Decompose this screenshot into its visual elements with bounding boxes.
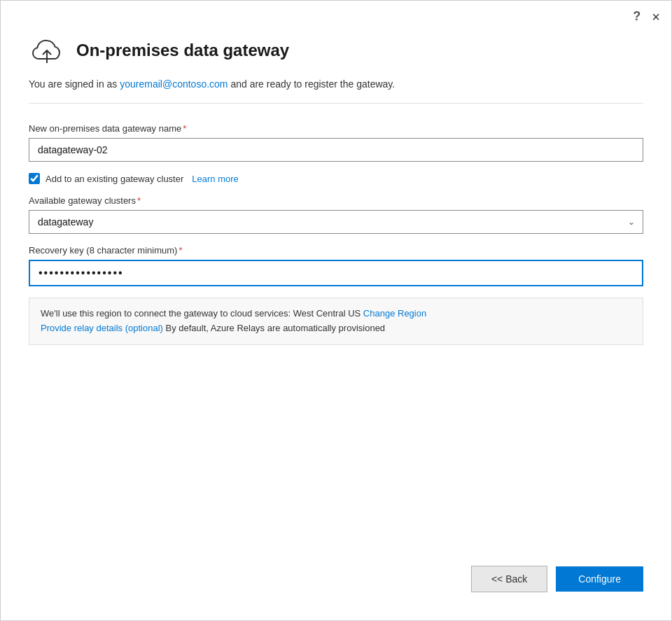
add-to-cluster-checkbox[interactable] [29,173,40,184]
subtitle-prefix: You are signed in as [29,78,120,90]
configure-button[interactable]: Configure [556,566,643,592]
recovery-key-input[interactable] [29,260,643,286]
recovery-key-required: * [178,245,182,256]
close-icon[interactable]: × [652,10,660,24]
cluster-field-group: Available gateway clusters* datagateway … [29,195,643,234]
recovery-key-label: Recovery key (8 character minimum)* [29,245,643,256]
dialog-header: On-premises data gateway [1,24,671,77]
subtitle-text: You are signed in as youremail@contoso.c… [29,77,643,92]
learn-more-link[interactable]: Learn more [192,174,238,184]
region-text: We'll use this region to connect the gat… [41,308,363,319]
help-icon[interactable]: ? [633,9,640,24]
change-region-link[interactable]: Change Region [363,308,426,319]
relay-details-link[interactable]: Provide relay details (optional) [41,323,163,333]
subtitle-suffix: and are ready to register the gateway. [228,78,396,90]
on-premises-gateway-dialog: ? × On-premises data gateway You are sig… [0,0,672,621]
cluster-select-wrapper: datagateway ⌄ [29,210,643,234]
info-box: We'll use this region to connect the gat… [29,298,643,345]
dialog-footer: << Back Configure [1,549,671,620]
add-to-cluster-row: Add to an existing gateway cluster Learn… [29,173,643,184]
titlebar: ? × [1,1,671,24]
back-button[interactable]: << Back [471,566,547,592]
cluster-select[interactable]: datagateway [29,210,643,234]
dialog-body: New on-premises data gateway name* Add t… [1,104,671,549]
checkbox-label: Add to an existing gateway cluster [46,174,183,184]
subtitle-section: You are signed in as youremail@contoso.c… [1,77,671,103]
email-link[interactable]: youremail@contoso.com [120,78,227,90]
gateway-name-input[interactable] [29,138,643,162]
gateway-name-required: * [183,123,186,134]
cluster-label: Available gateway clusters* [29,195,643,206]
cloud-upload-icon [29,35,65,66]
cluster-required: * [137,195,141,206]
dialog-title: On-premises data gateway [76,41,289,60]
gateway-name-label: New on-premises data gateway name* [29,123,643,134]
relay-text: By default, Azure Relays are automatical… [163,323,385,333]
gateway-name-group: New on-premises data gateway name* [29,123,643,162]
recovery-key-group: Recovery key (8 character minimum)* [29,245,643,286]
